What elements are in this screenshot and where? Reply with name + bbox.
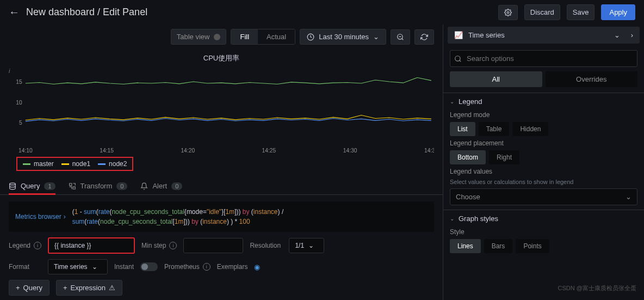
legend-swatch bbox=[61, 163, 69, 165]
metrics-browser-link[interactable]: Metrics browser › bbox=[15, 207, 66, 226]
chevron-down-icon: ⌄ bbox=[92, 263, 97, 271]
settings-button[interactable] bbox=[498, 5, 518, 20]
instant-label: Instant bbox=[114, 263, 134, 271]
tab-overrides[interactable]: Overrides bbox=[546, 71, 638, 87]
instant-toggle[interactable] bbox=[140, 262, 158, 271]
legend-section-header[interactable]: ⌄ Legend bbox=[450, 97, 637, 106]
graph-styles-section-title: Graph styles bbox=[459, 215, 498, 223]
apply-button[interactable]: Apply bbox=[601, 4, 635, 20]
chevron-down-icon: ⌄ bbox=[308, 242, 314, 249]
svg-text:14:15: 14:15 bbox=[100, 148, 114, 154]
radio-option-table[interactable]: Table bbox=[479, 122, 510, 136]
add-query-button[interactable]: +Query bbox=[9, 280, 49, 296]
tab-query[interactable]: Query 1 bbox=[9, 177, 55, 194]
radio-option-right[interactable]: Right bbox=[489, 150, 519, 164]
table-view-toggle[interactable]: Table view bbox=[171, 29, 227, 45]
chart-title: CPU使用率 bbox=[9, 53, 434, 63]
legend-mode-label: Legend mode bbox=[450, 111, 637, 119]
tab-transform-badge: 0 bbox=[116, 182, 127, 190]
legend-label: Legendi bbox=[9, 242, 41, 249]
radio-option-points[interactable]: Points bbox=[516, 239, 549, 253]
chevron-down-icon: ⌄ bbox=[450, 99, 454, 105]
resolution-label: Resolution bbox=[250, 242, 282, 249]
actual-option[interactable]: Actual bbox=[258, 29, 295, 44]
bell-icon bbox=[140, 182, 148, 190]
save-button[interactable]: Save bbox=[567, 4, 595, 20]
search-icon bbox=[454, 55, 462, 63]
legend-values-desc: Select values or calculations to show in… bbox=[450, 179, 637, 185]
refresh-button[interactable] bbox=[414, 29, 434, 45]
legend-section-title: Legend bbox=[459, 97, 482, 106]
discard-button[interactable]: Discard bbox=[524, 4, 560, 20]
svg-point-13 bbox=[455, 56, 460, 60]
tab-query-label: Query bbox=[21, 182, 40, 190]
tab-alert-label: Alert bbox=[152, 182, 167, 190]
zoom-out-button[interactable] bbox=[391, 29, 410, 45]
time-range-label: Last 30 minutes bbox=[319, 33, 369, 41]
legend-item[interactable]: node1 bbox=[61, 160, 90, 168]
legend-swatch bbox=[23, 163, 30, 165]
zoom-out-icon bbox=[397, 33, 404, 41]
legend-text: node2 bbox=[109, 160, 127, 168]
radio-option-hidden[interactable]: Hidden bbox=[512, 122, 548, 136]
resolution-select[interactable]: 1/1⌄ bbox=[289, 238, 324, 253]
svg-point-0 bbox=[507, 11, 509, 14]
fill-actual-toggle: Fill Actual bbox=[231, 29, 295, 45]
svg-point-12 bbox=[10, 183, 16, 185]
time-range-picker[interactable]: Last 30 minutes ⌄ bbox=[300, 29, 386, 45]
radio-option-bottom[interactable]: Bottom bbox=[450, 150, 486, 164]
tab-alert-badge: 0 bbox=[171, 182, 182, 190]
chevron-down-icon: ⌄ bbox=[373, 33, 379, 41]
back-arrow-icon[interactable]: ← bbox=[9, 6, 20, 19]
eye-icon[interactable]: ◉ bbox=[254, 263, 260, 271]
tab-transform[interactable]: Transform 0 bbox=[69, 177, 128, 194]
prometheus-label: Prometheusi bbox=[164, 263, 210, 271]
legend-item[interactable]: master bbox=[23, 160, 54, 168]
chevron-down-icon: ⌄ bbox=[450, 216, 454, 222]
legend-item[interactable]: node2 bbox=[98, 160, 127, 168]
exemplars-label: Exemplars bbox=[217, 263, 248, 271]
query-code-block[interactable]: Metrics browser › (1 - sum(rate(node_cpu… bbox=[9, 201, 434, 232]
warning-icon: ⚠ bbox=[109, 284, 115, 292]
tab-query-badge: 1 bbox=[44, 182, 55, 190]
legend-swatch bbox=[98, 163, 106, 165]
page-title: New dashboard / Edit Panel bbox=[26, 7, 147, 18]
tab-alert[interactable]: Alert 0 bbox=[140, 177, 182, 194]
legend-placement-label: Legend placement bbox=[450, 139, 637, 147]
tab-all[interactable]: All bbox=[450, 71, 542, 87]
legend-box: masternode1node2 bbox=[16, 157, 133, 171]
add-expression-button[interactable]: +Expression ⚠ bbox=[56, 280, 122, 296]
legend-values-select[interactable]: Choose⌄ bbox=[450, 188, 637, 205]
line-chart[interactable]: 5101514:1014:1514:2014:2514:3014:35 bbox=[9, 68, 434, 155]
svg-text:14:20: 14:20 bbox=[181, 148, 195, 154]
format-select[interactable]: Time series⌄ bbox=[48, 259, 108, 274]
gear-icon bbox=[504, 9, 512, 16]
format-label: Format bbox=[9, 263, 41, 271]
chevron-right-icon: › bbox=[64, 213, 66, 221]
transform-icon bbox=[69, 182, 76, 190]
visualization-name: Time series bbox=[468, 31, 609, 39]
legend-input[interactable] bbox=[48, 237, 135, 254]
visualization-picker[interactable]: 📈 Time series ⌄ › bbox=[448, 27, 640, 44]
minstep-input[interactable] bbox=[183, 238, 243, 253]
chevron-down-icon: ⌄ bbox=[614, 31, 620, 39]
svg-text:5: 5 bbox=[19, 120, 22, 126]
search-options-input[interactable] bbox=[450, 50, 637, 67]
database-icon bbox=[9, 182, 16, 190]
info-icon: i bbox=[9, 68, 10, 74]
info-circle-icon: i bbox=[203, 263, 210, 271]
legend-text: master bbox=[34, 160, 54, 168]
svg-text:14:35: 14:35 bbox=[424, 148, 434, 154]
graph-styles-section-header[interactable]: ⌄ Graph styles bbox=[450, 215, 637, 223]
clock-icon bbox=[307, 33, 314, 41]
radio-option-list[interactable]: List bbox=[450, 122, 475, 136]
tab-transform-label: Transform bbox=[81, 182, 113, 190]
svg-text:14:30: 14:30 bbox=[343, 148, 357, 154]
radio-option-bars[interactable]: Bars bbox=[484, 239, 513, 253]
legend-values-label: Legend values bbox=[450, 168, 637, 175]
fill-option[interactable]: Fill bbox=[231, 29, 258, 44]
radio-option-lines[interactable]: Lines bbox=[450, 239, 481, 253]
table-view-label: Table view bbox=[177, 33, 210, 41]
svg-text:15: 15 bbox=[16, 79, 22, 85]
minstep-label: Min stepi bbox=[141, 242, 177, 249]
